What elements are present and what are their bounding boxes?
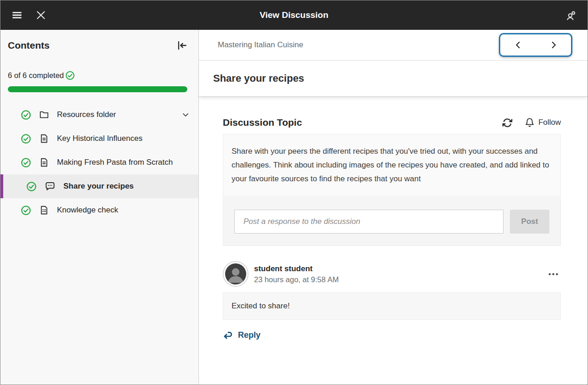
post-timestamp: 23 hours ago, at 9:58 AM [254, 275, 339, 284]
chevron-left-icon [513, 40, 523, 50]
progress-bar [8, 86, 187, 92]
discussion-bubble-icon [45, 181, 56, 192]
avatar [223, 261, 249, 287]
participants-button[interactable] [562, 6, 580, 24]
content-pager [499, 33, 572, 57]
previous-content-button[interactable] [500, 34, 536, 56]
discussion-post: student student 23 hours ago, at 9:58 AM… [223, 261, 561, 342]
next-content-button[interactable] [536, 34, 571, 56]
ellipsis-icon [547, 268, 560, 280]
folder-icon [39, 110, 49, 120]
people-icon [565, 9, 577, 21]
page-header-title: View Discussion [0, 10, 588, 20]
course-header-row: Mastering Italian Cuisine [199, 30, 588, 61]
check-circle-icon [21, 134, 31, 144]
check-circle-icon [21, 110, 31, 120]
hamburger-icon [11, 9, 23, 21]
sidebar-item-label: Making Fresh Pasta from Scratch [57, 158, 190, 167]
person-silhouette-icon [225, 263, 246, 285]
main-panel: Mastering Italian Cuisine Share y [199, 30, 588, 385]
topic-header: Discussion Topic Follow [223, 117, 561, 128]
discussion-body: Discussion Topic Follow [199, 97, 588, 385]
reply-arrow-icon [223, 329, 234, 340]
contents-sidebar: Contents 6 of 6 completed [0, 30, 199, 385]
page-title: Share your recipes [213, 73, 304, 84]
quiz-document-icon [39, 205, 49, 215]
post-author: student student [254, 264, 339, 273]
sidebar-item-label: Resources folder [57, 110, 173, 119]
top-bar: View Discussion [0, 0, 588, 30]
post-options-button[interactable] [545, 267, 561, 281]
sidebar-item-knowledge-check[interactable]: Knowledge check [0, 198, 198, 222]
check-circle-icon [26, 181, 37, 192]
close-button[interactable] [32, 6, 50, 24]
contents-list: Resources folder Key Historical Influenc… [0, 103, 198, 222]
discussion-topic-description: Share with your peers the different reci… [223, 134, 561, 196]
sidebar-item-label: Share your recipes [63, 182, 190, 191]
progress-bar-fill [8, 86, 187, 92]
sidebar-header: Contents [0, 30, 198, 61]
sidebar-item-label: Knowledge check [57, 206, 190, 215]
bell-icon [525, 117, 535, 128]
sidebar-item-share-your-recipes[interactable]: Share your recipes [0, 174, 198, 198]
collapse-panel-button[interactable] [175, 38, 189, 53]
post-message: Excited to share! [223, 292, 561, 320]
reply-label: Reply [238, 330, 260, 340]
check-circle-icon [21, 157, 31, 168]
sidebar-item-resources-folder[interactable]: Resources folder [0, 103, 198, 127]
refresh-icon [502, 117, 513, 128]
progress-label: 6 of 6 completed [8, 71, 64, 80]
post-header: student student 23 hours ago, at 9:58 AM [223, 261, 561, 287]
check-circle-icon [21, 205, 31, 216]
follow-label: Follow [538, 118, 561, 127]
sidebar-item-making-fresh-pasta[interactable]: Making Fresh Pasta from Scratch [0, 151, 198, 174]
document-icon [39, 134, 49, 144]
collapse-panel-icon [176, 39, 188, 51]
sidebar-title: Contents [8, 40, 175, 51]
check-circle-icon [65, 71, 75, 80]
sidebar-item-key-historical-influences[interactable]: Key Historical Influences [0, 127, 198, 151]
chevron-right-icon [548, 40, 559, 50]
hamburger-menu-button[interactable] [8, 6, 26, 24]
chevron-down-icon[interactable] [181, 110, 190, 119]
response-input[interactable] [234, 210, 503, 234]
follow-button[interactable]: Follow [525, 117, 561, 128]
post-button[interactable]: Post [510, 210, 549, 234]
reply-button[interactable]: Reply [223, 329, 260, 340]
document-icon [39, 157, 49, 167]
discussion-topic-heading: Discussion Topic [223, 117, 502, 128]
progress-section: 6 of 6 completed [0, 61, 198, 92]
page-title-row: Share your recipes [199, 61, 588, 97]
sidebar-item-label: Key Historical Influences [57, 134, 190, 143]
refresh-button[interactable] [502, 117, 513, 128]
view-discussion-window: View Discussion Contents [0, 0, 588, 385]
close-icon [35, 9, 47, 21]
respond-card: Post [223, 197, 561, 246]
course-title: Mastering Italian Cuisine [218, 40, 499, 50]
